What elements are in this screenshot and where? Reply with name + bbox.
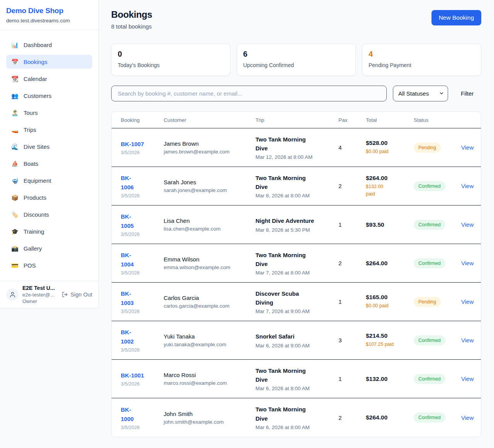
sidebar-item[interactable]: 👥 Customers [6,89,92,103]
view-link[interactable]: View [461,376,474,382]
customer-cell: John Smith john.smith@example.com [164,411,255,425]
user-email: e2e-tester@... [22,292,58,298]
total-cell: $264.00 [366,414,414,421]
trip-datetime: Mar 7, 2026 at 8:00 AM [255,270,338,276]
trip-cell: Night Dive Adventure Mar 8, 2026 at 5:30… [255,216,338,232]
booking-number-link[interactable]: BK- 1003 [121,289,164,308]
sidebar-item[interactable]: 📅 Bookings [6,55,92,69]
booking-cell: BK-1007 3/5/2026 [121,140,164,155]
paid-amount: $132.00 paid [366,183,414,198]
stat-value: 6 [243,50,349,59]
total-cell: $165.00 $0.00 paid [366,294,414,310]
booking-number-link[interactable]: BK- 1002 [121,328,164,346]
page-title: Bookings [111,9,152,20]
booking-number-link[interactable]: BK- 1005 [121,212,164,231]
page-subtitle: 8 total bookings [111,23,152,30]
pax-cell: 2 [338,183,366,189]
table-body: BK-1007 3/5/2026 James Brown james.brown… [112,128,481,437]
sidebar-item[interactable]: 🚤 Trips [6,123,92,136]
status-cell: Confirmed [414,335,461,345]
trip-cell: Two Tank Morning Dive Mar 7, 2026 at 8:0… [255,251,338,276]
sidebar-item-icon: ⛵ [11,161,19,167]
sidebar-item-icon: 📅 [11,59,19,65]
view-link[interactable]: View [461,414,474,421]
sidebar-item[interactable]: 📦 Products [6,190,92,204]
status-badge: Confirmed [414,374,445,384]
sign-out-button[interactable]: Sign Out [62,291,92,298]
sidebar-item-label: Boats [24,160,38,167]
total-cell: $264.00 [366,260,414,267]
stat-value: 0 [118,50,224,59]
sidebar-item[interactable]: 📊 Dashboard [6,38,92,52]
stat-label: Upcoming Confirmed [243,62,349,68]
booking-number-link[interactable]: BK-1007 [121,140,164,149]
sidebar-item-label: POS [24,262,36,269]
sidebar-item[interactable]: 🤿 Equipment [6,173,92,187]
sidebar-item[interactable]: 📸 Gallery [6,241,92,255]
sidebar-nav: 📊 Dashboard 📅 Bookings 📆 Calendar 👥 Cust… [0,30,98,281]
status-select[interactable]: All Statuses [393,86,448,101]
total-amount: $264.00 [366,260,414,267]
booking-cell: BK- 1002 3/5/2026 [121,328,164,353]
sidebar-item[interactable]: 🏷️ Discounts [6,207,92,221]
sidebar-item[interactable]: 💳 POS [6,258,92,272]
sidebar-item-icon: 📆 [11,76,19,82]
trip-cell: Two Tank Morning Dive Mar 8, 2026 at 8:0… [255,173,338,199]
sidebar-item-icon: 🏝️ [11,110,19,116]
new-booking-button[interactable]: New Booking [431,10,481,25]
paid-amount: $0.00 paid [366,148,414,155]
sidebar-item-label: Gallery [24,245,42,252]
trip-name: Two Tank Morning Dive [255,251,338,269]
stat-value: 4 [369,50,475,59]
booking-cell: BK- 1006 3/5/2026 [121,173,164,199]
total-cell: $214.50 $107.25 paid [366,332,414,348]
sidebar-item-label: Tours [24,109,38,116]
booking-number-link[interactable]: BK- 1004 [121,251,164,269]
sidebar-item-icon: 📦 [11,195,19,200]
sidebar-item-icon: 🌊 [11,144,19,150]
view-link[interactable]: View [461,337,474,344]
sidebar-item-label: Equipment [24,177,51,184]
filter-button[interactable]: Filter [455,86,480,101]
sidebar-item[interactable]: 🎓 Training [6,224,92,238]
booking-cell: BK- 1005 3/5/2026 [121,212,164,237]
booking-number-link[interactable]: BK- 1000 [121,405,164,424]
customer-name: Emma Wilson [164,256,255,263]
total-amount: $264.00 [366,414,414,421]
trip-name: Discover Scuba Diving [255,289,338,307]
brand-name: Demo Dive Shop [6,7,92,15]
user-role: Owner [22,298,58,304]
sidebar-item[interactable]: ⛵ Boats [6,157,92,170]
search-input[interactable] [111,86,387,101]
view-link[interactable]: View [461,144,474,151]
table-row: BK- 1003 3/5/2026 Carlos Garcia carlos.g… [112,283,481,321]
stat-card: 0 Today's Bookings [111,44,230,76]
sidebar-item[interactable]: 📆 Calendar [6,72,92,86]
total-amount: $528.00 [366,140,414,147]
customer-name: John Smith [164,411,255,417]
booking-date: 3/5/2026 [121,309,164,314]
view-link[interactable]: View [461,260,474,266]
pax-cell: 1 [338,376,366,382]
status-cell: Confirmed [414,220,461,230]
customer-email: carlos.garcia@example.com [164,303,255,309]
sidebar-item-label: Dive Sites [24,143,50,150]
view-link[interactable]: View [461,221,474,228]
booking-number-link[interactable]: BK-1001 [121,371,164,380]
booking-date: 3/5/2026 [121,347,164,353]
brand: Demo Dive Shop demo.test.divestreams.com [0,0,98,30]
sign-out-label: Sign Out [71,291,92,298]
booking-number-link[interactable]: BK- 1006 [121,173,164,192]
trip-datetime: Mar 8, 2026 at 5:30 PM [255,227,338,233]
booking-date: 3/5/2026 [121,232,164,237]
view-link[interactable]: View [461,298,474,305]
customer-name: Sarah Jones [164,179,255,185]
status-cell: Confirmed [414,258,461,268]
view-link[interactable]: View [461,183,474,189]
trip-cell: Discover Scuba Diving Mar 7, 2026 at 9:0… [255,289,338,315]
sidebar-item[interactable]: 🌊 Dive Sites [6,140,92,153]
status-cell: Pending [414,143,461,153]
pax-cell: 1 [338,221,366,228]
sidebar-item[interactable]: 🏝️ Tours [6,106,92,120]
total-amount: $264.00 [366,175,414,182]
